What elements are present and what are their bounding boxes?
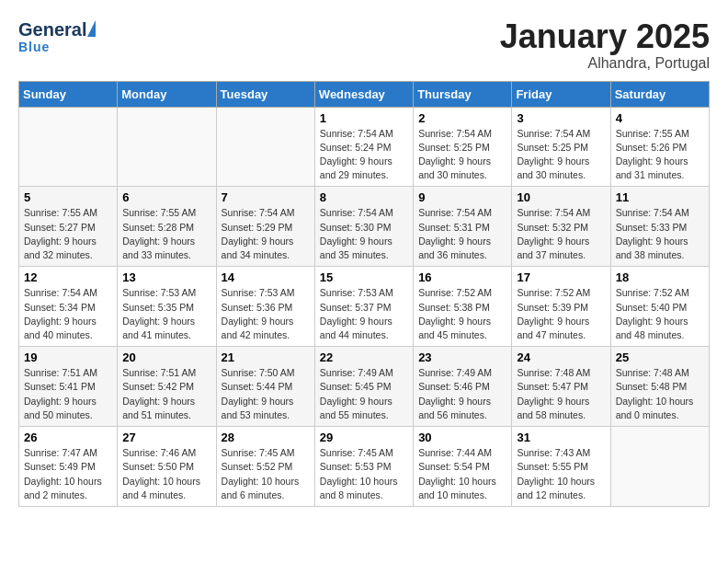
- day-info: Sunrise: 7:51 AM Sunset: 5:41 PM Dayligh…: [24, 366, 112, 422]
- calendar-cell: 31Sunrise: 7:43 AM Sunset: 5:55 PM Dayli…: [512, 427, 610, 507]
- day-info: Sunrise: 7:55 AM Sunset: 5:26 PM Dayligh…: [616, 127, 704, 183]
- calendar-cell: [19, 107, 118, 187]
- day-number: 14: [222, 270, 310, 284]
- weekday-header-wednesday: Wednesday: [314, 81, 413, 107]
- calendar-cell: 17Sunrise: 7:52 AM Sunset: 5:39 PM Dayli…: [512, 267, 610, 347]
- week-row-1: 1Sunrise: 7:54 AM Sunset: 5:24 PM Daylig…: [19, 107, 710, 187]
- day-number: 18: [616, 270, 704, 284]
- logo: General Blue: [18, 18, 104, 55]
- day-number: 19: [24, 350, 112, 364]
- calendar-cell: [610, 427, 709, 507]
- calendar-cell: [118, 107, 216, 187]
- day-info: Sunrise: 7:46 AM Sunset: 5:50 PM Dayligh…: [122, 446, 210, 502]
- page-header: General Blue January 2025 Alhandra, Port…: [18, 18, 710, 72]
- calendar-cell: 8Sunrise: 7:54 AM Sunset: 5:30 PM Daylig…: [314, 187, 413, 267]
- calendar-cell: 11Sunrise: 7:54 AM Sunset: 5:33 PM Dayli…: [610, 187, 709, 267]
- day-info: Sunrise: 7:45 AM Sunset: 5:52 PM Dayligh…: [222, 446, 310, 502]
- calendar-cell: 9Sunrise: 7:54 AM Sunset: 5:31 PM Daylig…: [414, 187, 512, 267]
- calendar-cell: 25Sunrise: 7:48 AM Sunset: 5:48 PM Dayli…: [610, 347, 709, 427]
- day-info: Sunrise: 7:52 AM Sunset: 5:40 PM Dayligh…: [616, 286, 704, 342]
- day-info: Sunrise: 7:49 AM Sunset: 5:45 PM Dayligh…: [320, 366, 408, 422]
- calendar-cell: 15Sunrise: 7:53 AM Sunset: 5:37 PM Dayli…: [314, 267, 413, 347]
- day-number: 26: [24, 431, 112, 444]
- day-number: 15: [320, 270, 408, 284]
- calendar-cell: 22Sunrise: 7:49 AM Sunset: 5:45 PM Dayli…: [314, 347, 413, 427]
- weekday-header-thursday: Thursday: [414, 81, 512, 107]
- day-info: Sunrise: 7:49 AM Sunset: 5:46 PM Dayligh…: [418, 366, 506, 422]
- day-number: 30: [418, 431, 506, 444]
- calendar-cell: 16Sunrise: 7:52 AM Sunset: 5:38 PM Dayli…: [414, 267, 512, 347]
- day-number: 24: [517, 350, 605, 364]
- calendar-cell: 4Sunrise: 7:55 AM Sunset: 5:26 PM Daylig…: [610, 107, 709, 187]
- calendar-cell: 23Sunrise: 7:49 AM Sunset: 5:46 PM Dayli…: [414, 347, 512, 427]
- day-info: Sunrise: 7:53 AM Sunset: 5:36 PM Dayligh…: [222, 286, 310, 342]
- day-number: 17: [517, 270, 605, 284]
- weekday-header-monday: Monday: [118, 81, 216, 107]
- day-number: 21: [222, 350, 310, 364]
- calendar-cell: 26Sunrise: 7:47 AM Sunset: 5:49 PM Dayli…: [19, 427, 118, 507]
- calendar-cell: 24Sunrise: 7:48 AM Sunset: 5:47 PM Dayli…: [512, 347, 610, 427]
- day-info: Sunrise: 7:54 AM Sunset: 5:25 PM Dayligh…: [517, 127, 605, 183]
- month-title: January 2025: [500, 18, 710, 55]
- day-number: 1: [320, 111, 408, 125]
- calendar-cell: 21Sunrise: 7:50 AM Sunset: 5:44 PM Dayli…: [216, 347, 314, 427]
- day-number: 7: [222, 190, 310, 204]
- day-info: Sunrise: 7:45 AM Sunset: 5:53 PM Dayligh…: [320, 446, 408, 502]
- calendar-cell: 30Sunrise: 7:44 AM Sunset: 5:54 PM Dayli…: [414, 427, 512, 507]
- day-info: Sunrise: 7:48 AM Sunset: 5:47 PM Dayligh…: [517, 366, 605, 422]
- calendar-cell: 1Sunrise: 7:54 AM Sunset: 5:24 PM Daylig…: [314, 107, 413, 187]
- day-number: 4: [616, 111, 704, 125]
- week-row-3: 12Sunrise: 7:54 AM Sunset: 5:34 PM Dayli…: [19, 267, 710, 347]
- location-text: Alhandra, Portugal: [500, 55, 710, 72]
- day-number: 11: [616, 190, 704, 204]
- day-number: 27: [122, 431, 210, 444]
- weekday-header-row: SundayMondayTuesdayWednesdayThursdayFrid…: [19, 81, 710, 107]
- day-info: Sunrise: 7:54 AM Sunset: 5:29 PM Dayligh…: [222, 206, 310, 262]
- week-row-4: 19Sunrise: 7:51 AM Sunset: 5:41 PM Dayli…: [19, 347, 710, 427]
- day-info: Sunrise: 7:54 AM Sunset: 5:34 PM Dayligh…: [24, 286, 112, 342]
- calendar-cell: 6Sunrise: 7:55 AM Sunset: 5:28 PM Daylig…: [118, 187, 216, 267]
- calendar-cell: 28Sunrise: 7:45 AM Sunset: 5:52 PM Dayli…: [216, 427, 314, 507]
- weekday-header-tuesday: Tuesday: [216, 81, 314, 107]
- day-number: 16: [418, 270, 506, 284]
- day-info: Sunrise: 7:54 AM Sunset: 5:33 PM Dayligh…: [616, 206, 704, 262]
- day-number: 13: [122, 270, 210, 284]
- day-number: 12: [24, 270, 112, 284]
- day-number: 31: [517, 431, 605, 444]
- day-info: Sunrise: 7:54 AM Sunset: 5:32 PM Dayligh…: [517, 206, 605, 262]
- day-number: 25: [616, 350, 704, 364]
- day-info: Sunrise: 7:54 AM Sunset: 5:30 PM Dayligh…: [320, 206, 408, 262]
- logo-general-text: General: [18, 20, 86, 39]
- logo-blue-text: Blue: [18, 39, 104, 55]
- day-number: 22: [320, 350, 408, 364]
- day-info: Sunrise: 7:55 AM Sunset: 5:28 PM Dayligh…: [122, 206, 210, 262]
- calendar-table: SundayMondayTuesdayWednesdayThursdayFrid…: [18, 81, 710, 507]
- calendar-cell: 29Sunrise: 7:45 AM Sunset: 5:53 PM Dayli…: [314, 427, 413, 507]
- day-number: 8: [320, 190, 408, 204]
- calendar-cell: [216, 107, 314, 187]
- day-number: 2: [418, 111, 506, 125]
- calendar-cell: 19Sunrise: 7:51 AM Sunset: 5:41 PM Dayli…: [19, 347, 118, 427]
- day-info: Sunrise: 7:48 AM Sunset: 5:48 PM Dayligh…: [616, 366, 704, 422]
- day-info: Sunrise: 7:53 AM Sunset: 5:37 PM Dayligh…: [320, 286, 408, 342]
- day-number: 20: [122, 350, 210, 364]
- day-number: 23: [418, 350, 506, 364]
- calendar-cell: 18Sunrise: 7:52 AM Sunset: 5:40 PM Dayli…: [610, 267, 709, 347]
- calendar-cell: 20Sunrise: 7:51 AM Sunset: 5:42 PM Dayli…: [118, 347, 216, 427]
- logo-triangle-icon: [87, 20, 96, 37]
- weekday-header-friday: Friday: [512, 81, 610, 107]
- week-row-2: 5Sunrise: 7:55 AM Sunset: 5:27 PM Daylig…: [19, 187, 710, 267]
- calendar-cell: 14Sunrise: 7:53 AM Sunset: 5:36 PM Dayli…: [216, 267, 314, 347]
- calendar-cell: 5Sunrise: 7:55 AM Sunset: 5:27 PM Daylig…: [19, 187, 118, 267]
- day-number: 6: [122, 190, 210, 204]
- week-row-5: 26Sunrise: 7:47 AM Sunset: 5:49 PM Dayli…: [19, 427, 710, 507]
- day-number: 9: [418, 190, 506, 204]
- calendar-cell: 2Sunrise: 7:54 AM Sunset: 5:25 PM Daylig…: [414, 107, 512, 187]
- calendar-cell: 10Sunrise: 7:54 AM Sunset: 5:32 PM Dayli…: [512, 187, 610, 267]
- day-info: Sunrise: 7:50 AM Sunset: 5:44 PM Dayligh…: [222, 366, 310, 422]
- day-info: Sunrise: 7:54 AM Sunset: 5:31 PM Dayligh…: [418, 206, 506, 262]
- day-info: Sunrise: 7:54 AM Sunset: 5:24 PM Dayligh…: [320, 127, 408, 183]
- day-number: 5: [24, 190, 112, 204]
- day-info: Sunrise: 7:47 AM Sunset: 5:49 PM Dayligh…: [24, 446, 112, 502]
- day-info: Sunrise: 7:55 AM Sunset: 5:27 PM Dayligh…: [24, 206, 112, 262]
